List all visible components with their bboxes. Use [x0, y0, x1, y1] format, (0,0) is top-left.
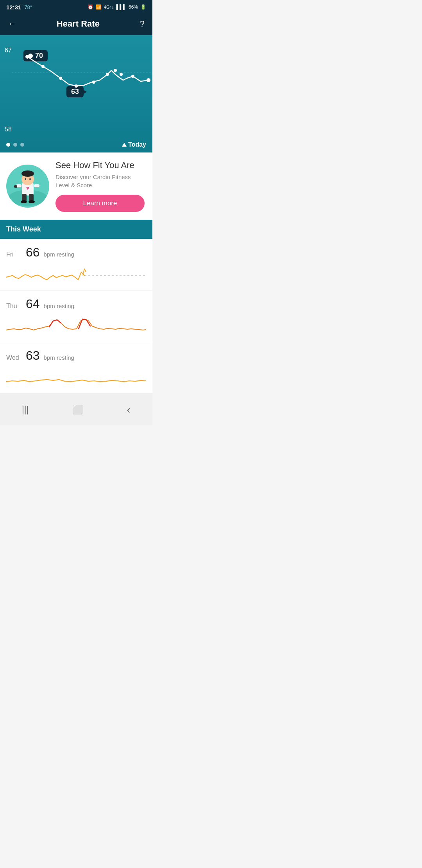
svg-point-9: [131, 75, 134, 78]
menu-button[interactable]: |||: [14, 402, 36, 418]
svg-text:♥: ♥: [26, 185, 29, 191]
week-item-wed: Wed 63 bpm resting: [0, 342, 152, 394]
week-day-wed: Wed: [6, 354, 22, 361]
week-chart-thu: [6, 315, 146, 339]
svg-point-15: [21, 170, 34, 177]
svg-rect-19: [34, 184, 39, 187]
back-button[interactable]: ←: [8, 19, 16, 29]
week-chart-wed: [6, 367, 146, 390]
week-bpm-thu: 64: [26, 297, 40, 311]
svg-point-23: [21, 200, 27, 203]
svg-point-24: [29, 200, 35, 203]
status-time: 12:31: [6, 4, 21, 11]
fitness-content: See How Fit You Are Discover your Cardio…: [55, 160, 145, 212]
week-chart-fri: [6, 264, 146, 287]
page-title: Heart Rate: [57, 19, 100, 29]
svg-point-4: [75, 84, 78, 88]
fitness-card: ♥ See How Fit You Are Discover your Card…: [0, 152, 152, 220]
week-bpm-label-wed: bpm resting: [44, 354, 74, 361]
week-day-thu: Thu: [6, 303, 22, 310]
fitness-avatar: ♥: [6, 165, 49, 208]
svg-rect-20: [14, 185, 17, 188]
svg-point-3: [59, 77, 62, 80]
week-bpm-fri: 66: [26, 245, 40, 260]
week-item-wed-header: Wed 63 bpm resting: [6, 348, 146, 363]
svg-point-16: [25, 178, 26, 180]
header: ← Heart Rate ?: [0, 14, 152, 35]
learn-more-button[interactable]: Learn more: [55, 195, 145, 212]
back-nav-button[interactable]: ‹: [119, 400, 138, 419]
week-item-fri-header: Fri 66 bpm resting: [6, 245, 146, 260]
svg-point-6: [106, 73, 109, 76]
chart-dot-1[interactable]: [6, 143, 10, 147]
status-bar: 12:31 78° ⏰ 📶 4G↑↓ ▌▌▌ 66% 🔋: [0, 0, 152, 14]
chart-dot-2[interactable]: [13, 143, 17, 147]
svg-point-1: [25, 55, 29, 59]
svg-point-17: [29, 178, 31, 180]
this-week-title: This Week: [6, 225, 41, 233]
home-button[interactable]: ⬜: [64, 402, 91, 418]
chart-pagination: [6, 143, 24, 147]
svg-point-5: [92, 81, 95, 84]
week-item-thu: Thu 64 bpm resting: [0, 291, 152, 342]
fitness-card-title: See How Fit You Are: [55, 160, 145, 170]
fitness-avatar-svg: ♥: [8, 167, 47, 206]
week-day-fri: Fri: [6, 251, 22, 258]
week-bpm-wed: 63: [26, 348, 40, 363]
today-text: Today: [128, 141, 146, 148]
svg-point-10: [147, 78, 150, 82]
alarm-icon: ⏰: [88, 4, 93, 10]
heart-rate-chart: 67 58 70 63 Today: [0, 35, 152, 152]
status-left: 12:31 78°: [6, 4, 32, 11]
this-week-header: This Week: [0, 220, 152, 239]
signal-icon: ▌▌▌: [116, 4, 126, 10]
week-bpm-label-thu: bpm resting: [44, 303, 74, 309]
battery-label: 66%: [129, 4, 138, 10]
week-bpm-label-fri: bpm resting: [44, 251, 74, 258]
svg-point-2: [41, 65, 45, 68]
today-triangle-icon: [122, 143, 127, 147]
chart-dot-3[interactable]: [20, 143, 24, 147]
svg-line-27: [84, 269, 86, 272]
chart-today-label: Today: [122, 141, 146, 148]
status-temp: 78°: [24, 4, 32, 10]
network-icon: 4G↑↓: [104, 5, 114, 9]
help-button[interactable]: ?: [140, 19, 145, 29]
week-item-fri: Fri 66 bpm resting: [0, 239, 152, 291]
chart-line-svg: [0, 35, 152, 137]
fitness-card-desc: Discover your Cardio Fitness Level & Sco…: [55, 173, 145, 189]
svg-point-8: [120, 73, 123, 76]
week-item-thu-header: Thu 64 bpm resting: [6, 297, 146, 311]
status-right: ⏰ 📶 4G↑↓ ▌▌▌ 66% 🔋: [88, 4, 146, 10]
wifi-icon: 📶: [96, 4, 102, 10]
bottom-navigation: ||| ⬜ ‹: [0, 394, 152, 425]
svg-point-7: [114, 69, 117, 72]
battery-icon: 🔋: [140, 4, 146, 10]
chart-bottom: Today: [0, 137, 152, 152]
